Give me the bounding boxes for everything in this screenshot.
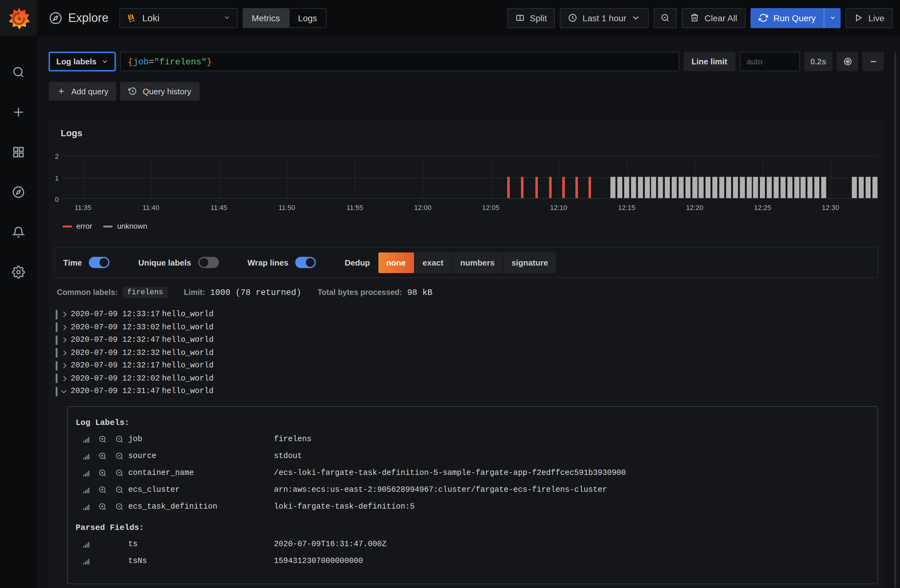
zoom-out-button[interactable] <box>654 8 677 28</box>
bar-unknown[interactable] <box>859 176 864 198</box>
bar-unknown[interactable] <box>865 176 870 198</box>
bar-unknown[interactable] <box>706 176 711 198</box>
run-query-dropdown[interactable] <box>824 8 841 28</box>
filter-for-value-icon[interactable] <box>98 452 107 461</box>
bar-unknown[interactable] <box>794 176 799 198</box>
legend-item-unknown[interactable]: unknown <box>104 222 147 231</box>
bar-unknown[interactable] <box>617 176 622 198</box>
bar-unknown[interactable] <box>814 176 819 198</box>
bar-unknown[interactable] <box>733 176 738 198</box>
explore-compass-icon[interactable] <box>6 179 31 204</box>
dedup-option-numbers[interactable]: numbers <box>452 252 503 273</box>
dedup-option-signature[interactable]: signature <box>503 252 556 273</box>
tab-metrics[interactable]: Metrics <box>243 8 289 28</box>
log-row[interactable]: 2020-07-09 12:32:32hello_world <box>56 347 878 359</box>
time-range-picker[interactable]: Last 1 hour <box>560 8 649 28</box>
bar-unknown[interactable] <box>746 176 751 198</box>
bar-unknown[interactable] <box>638 176 642 198</box>
bar-unknown[interactable] <box>624 176 629 198</box>
expand-chevron-icon[interactable] <box>61 313 67 317</box>
split-button[interactable]: Split <box>507 8 555 28</box>
alerting-bell-icon[interactable] <box>6 219 31 244</box>
log-row[interactable]: 2020-07-09 12:31:47hello_world <box>56 385 878 398</box>
bar-error[interactable] <box>507 176 510 198</box>
log-labels-button[interactable]: Log labels <box>49 52 116 71</box>
filter-for-value-icon[interactable] <box>98 502 107 511</box>
bar-unknown[interactable] <box>774 176 779 198</box>
bar-unknown[interactable] <box>852 176 857 198</box>
query-history-button[interactable]: Query history <box>120 82 200 101</box>
add-query-button[interactable]: Add query <box>49 82 116 101</box>
bar-unknown[interactable] <box>644 176 650 198</box>
bar-unknown[interactable] <box>753 176 758 198</box>
search-icon[interactable] <box>6 59 31 84</box>
filter-for-value-icon[interactable] <box>98 469 107 477</box>
bar-unknown[interactable] <box>787 176 792 198</box>
bar-unknown[interactable] <box>672 176 677 198</box>
dedup-option-exact[interactable]: exact <box>414 252 452 273</box>
bar-unknown[interactable] <box>692 176 697 198</box>
log-row[interactable]: 2020-07-09 12:33:02hello_world <box>56 321 878 334</box>
log-row[interactable]: 2020-07-09 12:33:17hello_world <box>56 308 878 321</box>
bar-error[interactable] <box>575 176 577 198</box>
stats-icon[interactable] <box>82 452 91 461</box>
filter-out-value-icon[interactable] <box>115 452 124 461</box>
line-limit-input[interactable] <box>740 52 800 71</box>
bar-error[interactable] <box>549 176 552 198</box>
filter-out-value-icon[interactable] <box>115 502 124 511</box>
run-query-button[interactable]: Run Query <box>750 8 841 28</box>
bar-unknown[interactable] <box>631 176 636 198</box>
bar-unknown[interactable] <box>821 176 826 198</box>
stats-icon[interactable] <box>82 469 91 477</box>
remove-query-button[interactable] <box>863 52 884 71</box>
dedup-option-none[interactable]: none <box>378 252 414 273</box>
stats-icon[interactable] <box>82 540 91 549</box>
scrollbar[interactable] <box>894 53 896 588</box>
tab-logs[interactable]: Logs <box>289 8 326 28</box>
expand-chevron-icon[interactable] <box>61 364 67 368</box>
stats-icon[interactable] <box>82 502 91 511</box>
datasource-picker[interactable]: Loki <box>120 8 238 28</box>
toggle-time[interactable] <box>89 257 109 268</box>
bar-error[interactable] <box>536 176 538 198</box>
bar-unknown[interactable] <box>652 176 656 198</box>
toggle-wrap-lines[interactable] <box>295 257 316 268</box>
expand-chevron-icon[interactable] <box>61 377 67 381</box>
query-expression-input[interactable]: {job="firelens"} <box>120 52 679 71</box>
filter-for-value-icon[interactable] <box>98 435 107 444</box>
bar-error[interactable] <box>562 176 565 198</box>
filter-out-value-icon[interactable] <box>115 435 124 444</box>
log-row[interactable]: 2020-07-09 12:32:47hello_world <box>56 334 878 347</box>
bar-unknown[interactable] <box>726 176 731 198</box>
filter-out-value-icon[interactable] <box>115 469 124 477</box>
bar-unknown[interactable] <box>679 176 684 198</box>
stats-icon[interactable] <box>82 435 91 444</box>
bar-unknown[interactable] <box>712 176 717 198</box>
bar-unknown[interactable] <box>767 176 772 198</box>
log-row[interactable]: 2020-07-09 12:32:02hello_world <box>56 372 878 385</box>
stats-icon[interactable] <box>82 486 91 494</box>
dashboards-grid-icon[interactable] <box>6 139 31 164</box>
grafana-logo[interactable] <box>0 0 37 36</box>
expand-chevron-icon[interactable] <box>61 390 67 392</box>
bar-unknown[interactable] <box>781 176 785 198</box>
expand-chevron-icon[interactable] <box>61 326 67 329</box>
clear-all-button[interactable]: Clear All <box>682 8 745 28</box>
bar-unknown[interactable] <box>872 176 877 198</box>
bar-unknown[interactable] <box>610 176 615 198</box>
bar-unknown[interactable] <box>719 176 724 198</box>
bar-unknown[interactable] <box>685 176 690 198</box>
bar-unknown[interactable] <box>760 176 765 198</box>
bar-unknown[interactable] <box>699 176 704 198</box>
stats-icon[interactable] <box>82 557 91 565</box>
bar-error[interactable] <box>521 176 523 198</box>
expand-chevron-icon[interactable] <box>61 338 67 342</box>
bar-error[interactable] <box>589 176 591 198</box>
disable-query-eye-button[interactable] <box>837 52 858 71</box>
filter-for-value-icon[interactable] <box>98 486 107 494</box>
filter-out-value-icon[interactable] <box>115 486 124 494</box>
expand-chevron-icon[interactable] <box>61 351 67 355</box>
bar-unknown[interactable] <box>740 176 745 198</box>
settings-gear-icon[interactable] <box>6 259 31 284</box>
log-row[interactable]: 2020-07-09 12:32:17hello_world <box>56 359 878 372</box>
